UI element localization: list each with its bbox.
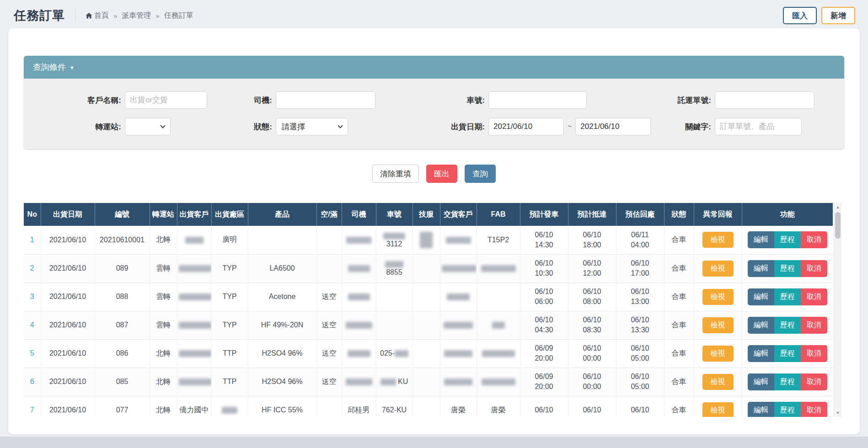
cancel-button[interactable]: 取消 — [801, 345, 827, 362]
status-select[interactable]: 請選擇 — [276, 118, 348, 135]
column-header-est-return: 預估回廠 — [616, 203, 664, 226]
keyword-input[interactable] — [715, 118, 802, 135]
cell-ship-customer — [177, 368, 211, 396]
redacted-text — [492, 322, 505, 329]
cell-ship-date: 2021/06/10 — [41, 339, 95, 368]
cancel-button[interactable]: 取消 — [801, 317, 827, 334]
cell-actions: 編輯歷程取消 — [742, 368, 833, 396]
redacted-text — [444, 322, 473, 329]
row-number-link[interactable]: 4 — [30, 321, 34, 329]
import-button[interactable]: 匯入 — [783, 7, 817, 24]
driver-label: 司機: — [228, 95, 276, 106]
redacted-text — [447, 293, 470, 300]
column-header-product: 產品 — [248, 203, 316, 226]
cell-est-depart: 06/10 — [520, 396, 568, 417]
cell-status: 合車 — [664, 311, 694, 339]
table-row: 52021/06/10086北轉TTPH2SO4 96%送空025-06/092… — [24, 339, 833, 368]
edit-button[interactable]: 編輯 — [748, 231, 774, 248]
history-button[interactable]: 歷程 — [774, 317, 801, 334]
cell-actions: 編輯歷程取消 — [742, 396, 833, 417]
cell-empty-full: 送空 — [316, 368, 342, 396]
view-report-button[interactable]: 檢視 — [702, 261, 734, 277]
cell-fab: 唐榮 — [477, 396, 520, 417]
clear-button[interactable]: 清除重填 — [372, 165, 419, 183]
row-number-link[interactable]: 7 — [30, 406, 34, 414]
scroll-down-icon[interactable]: ▼ — [834, 409, 841, 417]
cell-transfer-station: 北轉 — [150, 396, 177, 417]
cell-est-arrive: 06/1008:30 — [568, 311, 616, 339]
cell-product: HF ICC 55% — [248, 396, 316, 417]
cell-tech-service — [413, 368, 440, 396]
history-button[interactable]: 歷程 — [774, 231, 801, 248]
cell-status: 合車 — [664, 368, 694, 396]
cell-abnormal-report: 檢視 — [694, 283, 742, 311]
history-button[interactable]: 歷程 — [774, 402, 801, 417]
add-button[interactable]: 新增 — [821, 7, 855, 24]
view-report-button[interactable]: 檢視 — [702, 232, 734, 248]
history-button[interactable]: 歷程 — [774, 288, 801, 305]
cell-fab: T15P2 — [477, 226, 520, 254]
cell-truck-no: 025- — [376, 339, 413, 368]
cell-est-return: 06/1005:00 — [616, 368, 664, 396]
edit-button[interactable]: 編輯 — [748, 402, 774, 417]
view-report-button[interactable]: 檢視 — [702, 289, 734, 305]
cell-est-return: 06/1005:00 — [616, 339, 664, 368]
row-number-link[interactable]: 6 — [30, 378, 34, 385]
collapse-caret-icon: ▼ — [70, 65, 75, 70]
row-number-link[interactable]: 1 — [30, 236, 34, 244]
cancel-button[interactable]: 取消 — [801, 402, 827, 417]
truck-no-input[interactable] — [488, 91, 587, 109]
scrollbar-thumb[interactable] — [835, 212, 841, 239]
scroll-up-icon[interactable]: ▲ — [834, 203, 841, 211]
topbar-actions: 匯入 新增 — [783, 7, 855, 24]
row-number-link[interactable]: 5 — [30, 349, 34, 357]
column-header-ship-factory: 出貨廠區 — [211, 203, 248, 226]
view-report-button[interactable]: 檢視 — [702, 402, 734, 417]
edit-button[interactable]: 編輯 — [748, 345, 774, 362]
cancel-button[interactable]: 取消 — [801, 231, 827, 248]
edit-button[interactable]: 編輯 — [748, 317, 774, 334]
redacted-text — [179, 350, 212, 357]
cell-delivery-customer — [440, 339, 477, 368]
view-report-button[interactable]: 檢視 — [702, 346, 734, 362]
breadcrumb-home[interactable]: 首頁 — [86, 11, 109, 21]
cell-tech-service — [413, 311, 440, 339]
edit-button[interactable]: 編輯 — [748, 288, 774, 305]
customer-name-label: 客戶名稱: — [27, 95, 125, 106]
history-button[interactable]: 歷程 — [774, 345, 801, 362]
customer-name-input[interactable] — [125, 91, 207, 109]
cancel-button[interactable]: 取消 — [801, 373, 827, 390]
query-panel-header[interactable]: 查詢條件 ▼ — [24, 56, 844, 79]
truck-no-label: 車號: — [420, 95, 488, 106]
cell-driver: 邱桂男 — [342, 396, 376, 417]
cell-ship-factory: 廣明 — [211, 226, 248, 254]
export-button[interactable]: 匯出 — [426, 165, 457, 183]
view-report-button[interactable]: 檢視 — [702, 317, 734, 333]
edit-button[interactable]: 編輯 — [748, 373, 774, 390]
history-button[interactable]: 歷程 — [774, 260, 801, 277]
waybill-input[interactable] — [715, 91, 814, 109]
edit-button[interactable]: 編輯 — [748, 260, 774, 277]
history-button[interactable]: 歷程 — [774, 373, 801, 390]
breadcrumb-item-dispatch[interactable]: 派車管理 — [122, 11, 151, 21]
transfer-station-select[interactable] — [125, 118, 171, 135]
cancel-button[interactable]: 取消 — [801, 260, 827, 277]
date-from-input[interactable] — [488, 118, 564, 135]
cell-transfer-station: 北轉 — [150, 339, 177, 368]
cell-abnormal-report: 檢視 — [694, 368, 742, 396]
view-report-button[interactable]: 檢視 — [702, 374, 734, 390]
query-panel-title: 查詢條件 — [33, 62, 66, 73]
search-button[interactable]: 查詢 — [465, 165, 496, 183]
row-number-link[interactable]: 3 — [30, 293, 34, 300]
cell-no: 4 — [24, 311, 41, 339]
vertical-scrollbar[interactable]: ▲ ▼ — [834, 203, 841, 417]
date-to-input[interactable] — [575, 118, 651, 135]
cancel-button[interactable]: 取消 — [801, 288, 827, 305]
cell-ship-date: 2021/06/10 — [41, 226, 95, 254]
cell-truck-no — [376, 283, 413, 311]
cell-est-arrive: 06/10 — [568, 396, 616, 417]
driver-input[interactable] — [276, 91, 375, 109]
cell-est-arrive: 06/1008:00 — [568, 283, 616, 311]
row-number-link[interactable]: 2 — [30, 264, 34, 272]
cell-order-code: 086 — [95, 339, 150, 368]
